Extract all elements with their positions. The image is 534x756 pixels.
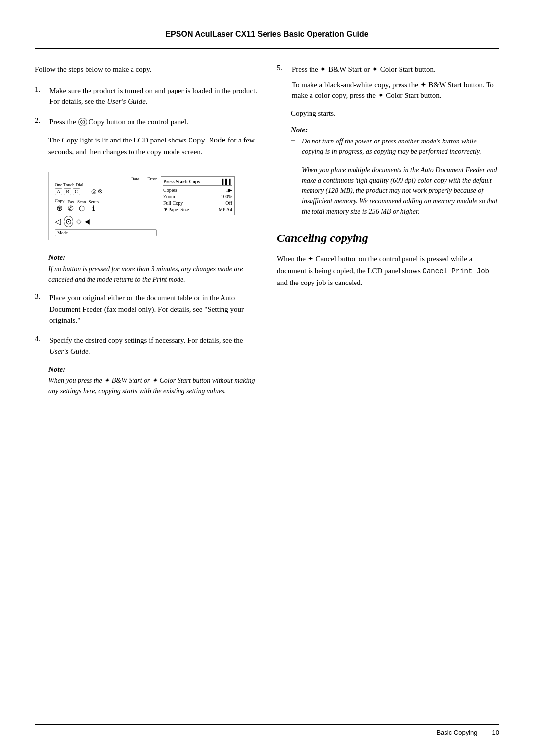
footer: Basic Copying 10 [35,724,499,736]
step-5: 5. Press the ✦ B&W Start or ✦ Color Star… [277,64,499,101]
slot-c: C [73,188,80,195]
step-4: 4. Specify the desired copy settings if … [35,335,257,357]
error-icon: ⊗ [98,188,103,195]
panel-inner: Data Error One Touch Dial A B C ◎ ⊗ [55,176,235,236]
right-note-list: □ Do not turn off the power or press ano… [291,136,499,217]
function-icons: Copy ⊛ Fax ✆ Scan ⬡ [55,198,157,213]
step2-body: The Copy light is lit and the LCD panel … [48,134,257,158]
setup-symbol: ℹ [92,204,95,213]
footer-label: Basic Copying [436,729,477,736]
step5-content: Press the ✦ B&W Start or ✦ Color Start b… [292,64,499,101]
right-column: 5. Press the ✦ B&W Start or ✦ Color Star… [277,64,499,404]
one-touch-dial: One Touch Dial [55,182,157,187]
setup-label: Setup [89,199,99,204]
copy-symbol: ⊛ [56,203,63,213]
scan-symbol: ⬡ [79,204,85,213]
screen-row-fullcopy: Full Copy Off [163,200,232,206]
data-label: Data [131,176,139,181]
step4-content: Specify the desired copy settings if nec… [49,335,257,357]
step4-italic: User's Guide [49,347,89,355]
step1-content: Make sure the product is turned on and p… [49,85,257,107]
note-item-2-text: When you place multiple documents in the… [302,165,499,217]
diamond-icon: ◇ [76,217,82,226]
step-1: 1. Make sure the product is turned on an… [35,85,257,107]
note2-italic1: When you press the ✦ B&W Start or ✦ Colo… [48,377,192,384]
copies-value: 1▶ [226,188,232,193]
intro-text: Follow the steps below to make a copy. [35,64,257,75]
cancel-print-job: Cancel Print Job [423,267,489,275]
screen-row-zoom: Zoom 100% [163,193,232,200]
canceling-title: Canceling copying [277,232,499,245]
note2-block: Note: When you press the ✦ B&W Start or … [48,365,257,396]
note1-block: Note: If no button is pressed for more t… [48,253,257,284]
panel-left-side: Data Error One Touch Dial A B C ◎ ⊗ [55,176,157,236]
left-column: Follow the steps below to make a copy. 1… [35,64,257,404]
checkbox-icon-2: □ [291,166,298,217]
screen-row-papersize: ▼Paper Size MP A4 [163,206,232,213]
data-icon: ◎ [91,188,96,195]
copies-label: Copies [163,188,177,193]
step3-content: Place your original either on the docume… [49,292,257,326]
step5-num: 5. [277,64,289,101]
step1-num: 1. [35,85,46,107]
footer-page: 10 [492,729,499,736]
scan-label: Scan [77,199,86,204]
note2-text: When you press the ✦ B&W Start or ✦ Colo… [48,376,257,396]
content-area: Follow the steps below to make a copy. 1… [35,64,499,404]
screen-row-copies: Copies 1▶ [163,187,232,193]
fax-symbol: ✆ [68,204,74,213]
step3-num: 3. [35,292,46,326]
note-item-2: □ When you place multiple documents in t… [291,165,499,217]
copy-icon: ⊙ [78,118,87,126]
fax-label: Fax [68,199,75,204]
fullcopy-value: Off [225,200,232,206]
note-item-1: □ Do not turn off the power or press ano… [291,136,499,157]
right-note-label: Note: [291,126,499,134]
zoom-value: 100% [221,194,232,199]
note2-label: Note: [48,365,257,374]
setup-function: Setup ℹ [89,199,99,213]
step-2: 2. Press the ⊙ Copy button on the contro… [35,116,257,128]
screen-header: Press Start: Copy ▌▌▌ [163,179,232,186]
step2-content: Press the ⊙ Copy button on the control p… [49,116,188,128]
canceling-text: When the ✦ Cancel button on the control … [277,253,499,288]
step2-num: 2. [35,116,46,128]
slot-b: B [64,188,71,195]
checkbox-icon-1: □ [291,137,298,157]
note1-label: Note: [48,253,257,262]
right-note-block: Note: □ Do not turn off the power or pre… [291,126,499,217]
left-arrow: ◁ [55,217,61,226]
step1-italic: User's Guide [107,97,146,105]
papersize-label: ▼Paper Size [163,207,189,212]
lcd-screen: Press Start: Copy ▌▌▌ Copies 1▶ Zoom 100… [161,176,235,215]
step5-line1: Press the ✦ B&W Start or ✦ Color Start b… [292,64,499,75]
header-title: EPSON AculLaser CX11 Series Basic Operat… [165,30,368,38]
page-container: EPSON AculLaser CX11 Series Basic Operat… [0,0,534,756]
mode-button: Mode [55,229,157,236]
step5-line2: To make a black-and-white copy, press th… [292,79,499,101]
note1-text: If no button is pressed for more than 3 … [48,264,257,284]
nav-symbol: ◀ [85,217,90,226]
fullcopy-label: Full Copy [163,200,183,206]
zoom-label: Zoom [163,194,175,199]
copy-button-icon: ⊙ [64,216,73,227]
slot-a: A [55,188,62,195]
fax-function: Fax ✆ [68,199,75,213]
copy-label: Copy [55,198,65,203]
step4-num: 4. [35,335,46,357]
note-item-1-text: Do not turn off the power or press anoth… [302,136,499,157]
papersize-value: MP A4 [219,207,232,212]
scan-function: Scan ⬡ [77,199,86,213]
copy-function: Copy ⊛ [55,198,65,213]
page-header: EPSON AculLaser CX11 Series Basic Operat… [35,30,499,49]
copying-starts: Copying starts. [291,109,499,118]
step-3: 3. Place your original either on the doc… [35,292,257,326]
dial-slots: A B C ◎ ⊗ [55,188,157,195]
canceling-section: Canceling copying When the ✦ Cancel butt… [277,232,499,288]
error-label: Error [147,176,157,181]
nav-row: ◁ ⊙ ◇ ◀ [55,216,157,227]
device-panel: Data Error One Touch Dial A B C ◎ ⊗ [48,172,241,240]
copy-mode-text: Copy Mode [188,137,226,144]
data-error-row: Data Error [55,176,157,181]
